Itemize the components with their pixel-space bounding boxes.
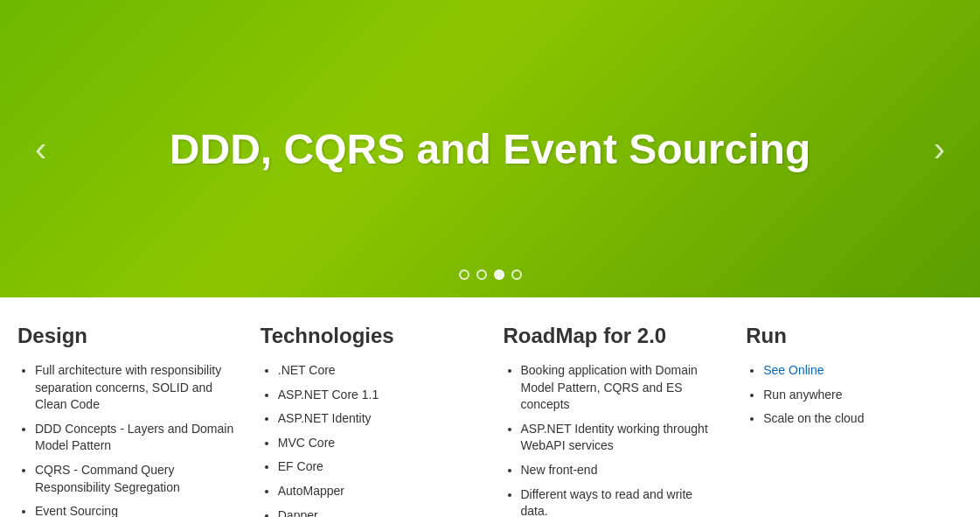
list-item: New front-end [521,462,720,479]
design-list: Full architecture with responsibility se… [17,362,234,517]
dot-4[interactable] [511,269,522,280]
roadmap-list: Booking application with Domain Model Pa… [504,362,720,517]
technologies-heading: Technologies [261,324,477,348]
content-area: Design Full architecture with responsibi… [0,297,980,517]
next-arrow[interactable]: › [916,121,963,178]
list-item: ASP.NET Identity [278,410,477,428]
list-item: MVC Core [278,435,477,452]
run-list: See Online Run anywhere Scale on the clo… [746,362,963,428]
see-online-link[interactable]: See Online [763,363,824,377]
roadmap-heading: RoadMap for 2.0 [504,324,720,348]
technologies-column: Technologies .NET Core ASP.NET Core 1.1 … [261,324,477,517]
dot-2[interactable] [476,269,487,280]
list-item: Different ways to read and write data. [521,486,720,517]
list-item: See Online [763,362,963,380]
list-item: Booking application with Domain Model Pa… [521,362,720,414]
list-item: CQRS - Command Query Responsibility Segr… [35,462,234,496]
list-item: Run anywhere [763,387,963,404]
design-heading: Design [17,324,234,348]
list-item: DDD Concepts - Layers and Domain Model P… [35,421,234,455]
carousel-dots [459,269,522,280]
list-item: Dapper [278,507,477,517]
list-item: ASP.NET Identity working throught WebAPI… [521,421,720,455]
prev-arrow[interactable]: ‹ [17,121,64,178]
run-heading: Run [746,324,963,348]
hero-carousel: ‹ DDD, CQRS and Event Sourcing › [0,0,980,297]
design-column: Design Full architecture with responsibi… [17,324,234,517]
list-item: .NET Core [278,362,477,380]
hero-title: DDD, CQRS and Event Sourcing [65,125,915,173]
list-item: EF Core [278,458,477,476]
roadmap-column: RoadMap for 2.0 Booking application with… [504,324,720,517]
list-item: Full architecture with responsibility se… [35,362,234,414]
list-item: AutoMapper [278,483,477,500]
list-item: ASP.NET Core 1.1 [278,387,477,404]
list-item: Scale on the cloud [763,410,963,428]
list-item: Event Sourcing [35,503,234,517]
technologies-list: .NET Core ASP.NET Core 1.1 ASP.NET Ident… [261,362,477,517]
run-column: Run See Online Run anywhere Scale on the… [746,324,963,517]
dot-3[interactable] [494,269,504,280]
dot-1[interactable] [459,269,469,280]
